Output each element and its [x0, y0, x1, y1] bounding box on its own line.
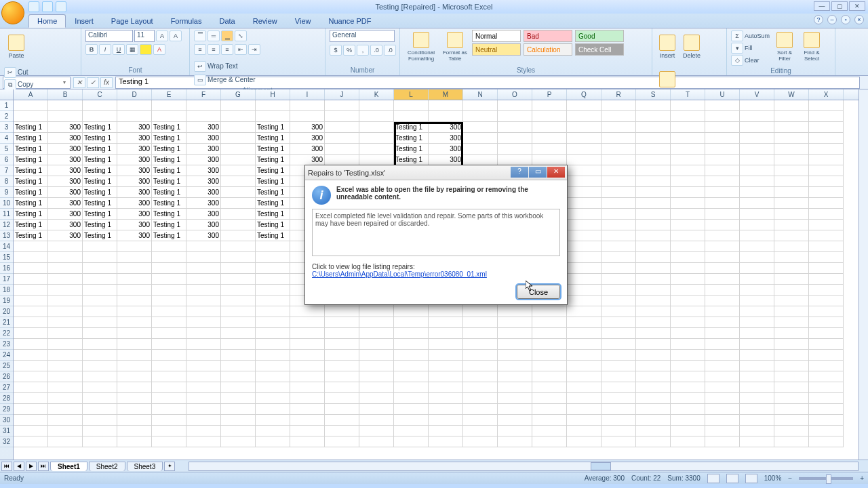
cell[interactable]: [740, 176, 774, 187]
cell[interactable]: [117, 111, 152, 122]
cell[interactable]: [774, 133, 809, 144]
cell[interactable]: Testing 1: [256, 198, 290, 209]
row-header-24[interactable]: 24: [0, 350, 13, 361]
cell[interactable]: Testing 1: [256, 155, 290, 165]
cell[interactable]: [636, 274, 671, 285]
align-top-icon[interactable]: ▔: [194, 30, 206, 41]
indent-dec-icon[interactable]: ⇤: [235, 44, 247, 55]
cell[interactable]: [636, 144, 671, 155]
cell[interactable]: 300: [48, 176, 83, 187]
cell[interactable]: [740, 122, 774, 133]
cell[interactable]: [83, 404, 117, 415]
cell[interactable]: Testing 1: [83, 176, 117, 187]
cell[interactable]: [705, 187, 740, 198]
cell[interactable]: [567, 339, 601, 350]
cell[interactable]: [186, 263, 221, 274]
cell[interactable]: [740, 220, 774, 230]
style-bad[interactable]: Bad: [524, 30, 572, 42]
cell[interactable]: [601, 187, 636, 198]
cell[interactable]: [601, 285, 636, 296]
cell[interactable]: [601, 209, 636, 220]
cell[interactable]: [83, 328, 117, 339]
cell[interactable]: [671, 165, 705, 176]
cell[interactable]: [809, 371, 844, 382]
col-header-Q[interactable]: Q: [567, 89, 601, 100]
cell[interactable]: [221, 306, 256, 317]
cell[interactable]: [636, 252, 671, 263]
cell[interactable]: [740, 285, 774, 296]
dialog-log-link[interactable]: C:\Users\Admin\AppData\Local\Temp\error0…: [312, 270, 487, 278]
cell[interactable]: [601, 426, 636, 436]
cell[interactable]: [567, 296, 601, 306]
cell[interactable]: [325, 100, 359, 111]
cell[interactable]: [636, 415, 671, 426]
cell[interactable]: [636, 198, 671, 209]
cell[interactable]: [48, 285, 83, 296]
cell[interactable]: [186, 393, 221, 404]
cell[interactable]: [498, 371, 532, 382]
cell[interactable]: [567, 274, 601, 285]
cell[interactable]: [221, 165, 256, 176]
cell[interactable]: [186, 111, 221, 122]
cell[interactable]: [636, 263, 671, 274]
cell[interactable]: [740, 361, 774, 371]
cell[interactable]: [152, 426, 186, 436]
cell[interactable]: [14, 100, 48, 111]
cell[interactable]: [14, 415, 48, 426]
cell[interactable]: [601, 230, 636, 241]
cell[interactable]: [774, 382, 809, 393]
cell[interactable]: [359, 111, 394, 122]
cell[interactable]: [290, 317, 325, 328]
cell[interactable]: [325, 111, 359, 122]
cell[interactable]: [48, 361, 83, 371]
cell[interactable]: [221, 415, 256, 426]
cell[interactable]: 300: [117, 187, 152, 198]
cell[interactable]: [48, 415, 83, 426]
cell[interactable]: Testing 1: [152, 165, 186, 176]
cell[interactable]: [498, 100, 532, 111]
cell[interactable]: [290, 339, 325, 350]
cell[interactable]: [705, 317, 740, 328]
cell[interactable]: 300: [48, 220, 83, 230]
row-header-20[interactable]: 20: [0, 306, 13, 317]
cell[interactable]: [221, 100, 256, 111]
cell[interactable]: [14, 111, 48, 122]
cell[interactable]: [256, 371, 290, 382]
cell[interactable]: [117, 274, 152, 285]
cell[interactable]: [809, 296, 844, 306]
cell[interactable]: [83, 111, 117, 122]
cell[interactable]: [809, 220, 844, 230]
cell[interactable]: [14, 306, 48, 317]
cell[interactable]: Testing 1: [394, 122, 429, 133]
align-center-icon[interactable]: ≡: [208, 44, 220, 55]
cell[interactable]: Testing 1: [14, 209, 48, 220]
cell[interactable]: [498, 317, 532, 328]
cell[interactable]: [290, 100, 325, 111]
cell[interactable]: [463, 382, 498, 393]
cell[interactable]: [601, 350, 636, 361]
cell[interactable]: [636, 339, 671, 350]
col-header-C[interactable]: C: [83, 89, 117, 100]
cell[interactable]: [567, 361, 601, 371]
row-header-2[interactable]: 2: [0, 111, 13, 122]
cell[interactable]: [83, 317, 117, 328]
row-header-27[interactable]: 27: [0, 382, 13, 393]
enter-formula-icon[interactable]: ✓: [87, 77, 99, 88]
cell[interactable]: [394, 426, 429, 436]
cell[interactable]: [567, 165, 601, 176]
cell[interactable]: [498, 122, 532, 133]
cell[interactable]: [117, 285, 152, 296]
cell[interactable]: 300: [48, 122, 83, 133]
cell[interactable]: [809, 285, 844, 296]
cell[interactable]: [567, 415, 601, 426]
cell[interactable]: [567, 111, 601, 122]
cell[interactable]: [256, 263, 290, 274]
cell[interactable]: [601, 263, 636, 274]
cell[interactable]: [221, 198, 256, 209]
cell[interactable]: [740, 209, 774, 220]
cell[interactable]: [809, 393, 844, 404]
cell[interactable]: [117, 263, 152, 274]
cell[interactable]: [498, 415, 532, 426]
row-header-16[interactable]: 16: [0, 263, 13, 274]
cell[interactable]: Testing 1: [152, 122, 186, 133]
